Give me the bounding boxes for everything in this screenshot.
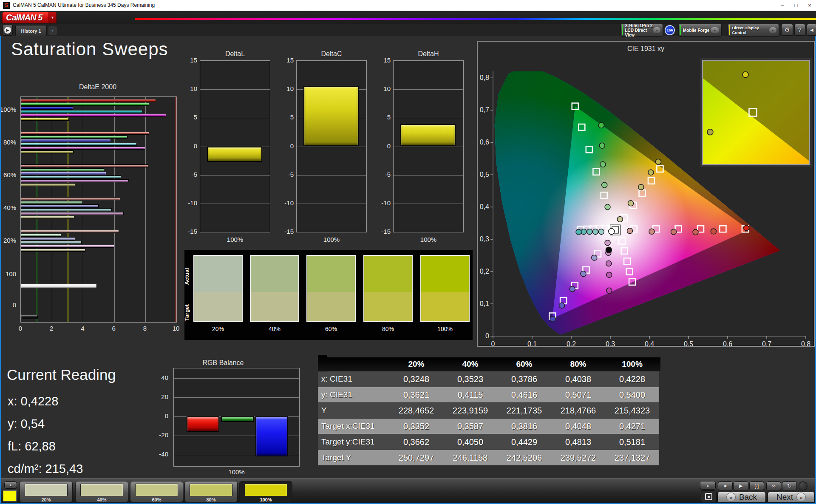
deltae-bar [21,110,143,113]
deltaH-y-tick: 15 [375,57,391,64]
table-value-cell: 0,5071 [551,387,605,402]
table-value-cell: 0,3523 [443,371,497,387]
deltae-bar [21,106,73,109]
meter-status-bar [622,25,623,35]
deltae-bar [21,150,74,153]
table-value-cell: 242,5206 [497,450,551,465]
stop-button[interactable]: ■ [718,481,733,490]
maximize-button[interactable]: □ [790,0,802,11]
pattern-button-20%[interactable]: 20% [20,481,73,502]
loop-button[interactable]: ↻ [782,481,797,490]
cie-zoom-inset [702,60,810,165]
table-value-cell: 239,5272 [551,450,605,465]
table-row-label: Target x:CIE31 [318,419,389,434]
minimize-button[interactable]: – [776,0,789,11]
up-arrow-icon: ▲ [9,483,12,487]
current-pattern-swatch[interactable] [3,490,17,501]
axis-tick [20,195,21,195]
cie-measured-green [605,204,610,210]
bottom-bar: ▲ 20%40%60%80%100% ▲ ■ ■ ▶ [·] ∞ ↻ « Bac… [0,478,816,503]
deltaC-y-tick: -10 [278,199,294,207]
svg-text:0,4: 0,4 [480,203,489,210]
table-value-cell: 246,1158 [443,450,497,465]
deltae-bar [21,132,149,135]
back-label: Back [739,493,757,502]
swatch-label: 80% [363,326,413,332]
display-control-label: Direct Display Control [732,25,769,35]
deltaC-y-tick: -5 [278,171,294,178]
deltaC-y-tick: 0 [278,142,294,150]
rgb-bar-blue [255,416,288,457]
table-row: Target x:CIE310,33520,35870,38160,40480,… [318,419,660,434]
collapse-panel-button[interactable]: ◀ [807,24,816,36]
deltae-x-axis: 0246810 [0,325,196,334]
table-value-cell: 0,4048 [551,419,605,434]
deltae-y-axis: 100%80%60%40%20%1000 [0,96,19,323]
cie-measured-green [599,143,605,148]
chevron-down-icon: ▼ [48,12,56,23]
deltae-bar [21,197,120,200]
pattern-button-100%[interactable]: 100% [239,481,292,502]
deltaH-y-tick: 0 [375,142,391,150]
deltae-bar [21,118,69,121]
pattern-button-80%[interactable]: 80% [184,481,238,502]
stop-pattern-button[interactable]: ■ [701,490,717,502]
deltae-x-tick: 4 [76,325,89,332]
pattern-button-label: 60% [130,497,183,502]
swatch-column-20% [193,255,243,322]
table-row: x: CIE310,32480,35230,37860,40380,4228 [318,371,660,387]
next-button[interactable]: Next » [768,492,815,503]
deltae-bar [21,176,121,178]
meter-count-badge[interactable]: 166 [665,25,675,35]
play-button[interactable]: ▶ [734,481,748,490]
svg-text:0,5: 0,5 [480,171,489,178]
svg-text:0,8: 0,8 [480,74,489,81]
deltaL-y-tick: -10 [182,199,197,207]
deltaC-y-tick: 10 [278,85,294,92]
pattern-button-60%[interactable]: 60% [130,481,183,502]
single-read-button[interactable]: [·] [749,481,764,490]
display-status-bar [729,25,730,35]
grid-line [394,232,463,232]
deltae-bar [21,249,85,252]
back-button[interactable]: « Back [717,492,766,503]
cie-measured-green [598,122,604,128]
workflow-nav-button[interactable]: ▶ [3,25,13,36]
collapse-transport-button[interactable]: ▲ [700,481,716,490]
measurement-table: 20%40%60%80%100%x: CIE310,32480,35230,37… [318,357,660,466]
calman-logo-button[interactable]: CalMAN 5 ▼ [2,12,57,23]
meter-button[interactable]: X-Rite i1Pro 2 LCD Direct View ▼ [620,24,663,37]
deltae-group-label: 80% [0,139,16,146]
target-swatch [194,292,242,321]
close-button[interactable]: × [803,0,816,11]
table-value-cell: 0,3352 [389,419,443,434]
deltaC-bar [303,86,359,146]
deltaC-title: DeltaC [296,50,367,58]
settings-button[interactable]: ⚙ [781,24,793,36]
table-value-cell: 228,4652 [389,403,443,418]
table-value-cell: 0,5181 [605,434,659,450]
table-value-cell: 0,3248 [389,371,443,387]
source-status-bar [680,25,681,35]
deltae-bar [21,172,106,175]
display-control-button[interactable]: Direct Display Control ▼ [728,24,779,37]
add-tab-button[interactable]: + [48,26,57,35]
source-button[interactable]: Mobile Forge ▼ [678,24,722,37]
deltae-x-tick: 2 [45,325,58,332]
grid-line [174,397,299,398]
table-value-cell: 0,5400 [605,387,659,402]
swatch-column-100% [420,255,470,322]
pattern-color-swatch [190,484,232,496]
pattern-button-40%[interactable]: 40% [75,481,128,502]
status-light [799,481,808,490]
continuous-read-button[interactable]: ∞ [766,481,781,490]
deltae-x-tick: 10 [170,325,182,332]
table-header-cell: 80% [551,357,605,371]
swatch-label: 60% [306,326,356,332]
collapse-swatches-button[interactable]: ▲ [4,481,17,489]
tab-history-1[interactable]: History 1 [15,25,47,36]
refresh-icon: ↻ [787,483,792,489]
deltae-bar [21,201,83,204]
help-button[interactable]: ? [794,24,805,36]
pattern-color-swatch [135,484,178,496]
